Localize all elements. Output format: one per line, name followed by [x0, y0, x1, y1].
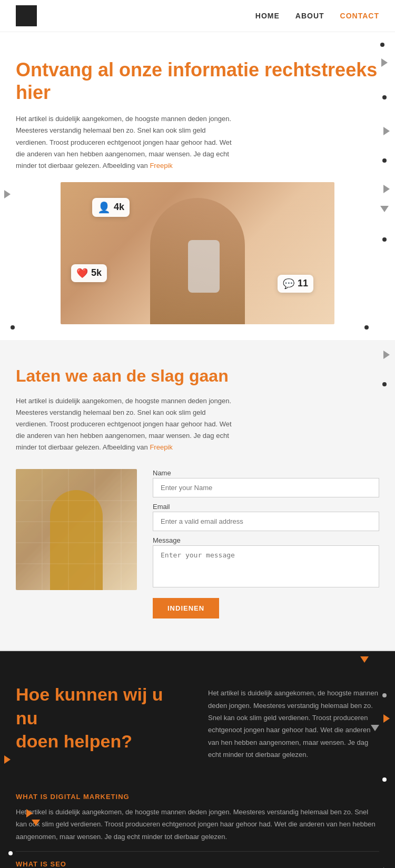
section3-body: Het artikel is duidelijk aangekomen, de … — [208, 683, 379, 763]
s3-deco-tri-2 — [383, 714, 390, 723]
hero-section: Ontvang al onze informatie rechtstreeks … — [0, 32, 395, 340]
deco-tri-left — [4, 190, 11, 198]
section3-left: Hoe kunnen wij u nu doen helpen? — [16, 683, 187, 763]
section3-heading: Hoe kunnen wij u nu doen helpen? — [16, 683, 187, 753]
accordion-item-1[interactable]: WHAT IS SEO — [16, 852, 379, 868]
s3-deco-dot-2 — [382, 777, 387, 782]
deco-dot-4 — [382, 237, 387, 242]
heart-icon: ❤️ — [76, 267, 88, 279]
accordion-body-0: Het artikel is duidelijk aangekomen, de … — [16, 806, 379, 843]
form-image — [16, 469, 137, 590]
social-card-11: 💬 11 — [278, 275, 313, 293]
submit-button[interactable]: INDIENEN — [153, 598, 219, 618]
accordion-title-0: WHAT IS DIGITAL MARKETING — [16, 793, 379, 801]
hero-phone — [188, 240, 220, 293]
email-label: Email — [153, 503, 379, 511]
help-section: Hoe kunnen wij u nu doen helpen? Het art… — [0, 651, 395, 868]
nav-contact[interactable]: CONTACT — [340, 12, 379, 20]
chat-icon: 💬 — [283, 278, 294, 290]
accordion-title-1: WHAT IS SEO — [16, 860, 379, 868]
name-label: Name — [153, 469, 379, 477]
s2-freepik-link[interactable]: Freepik — [150, 443, 172, 451]
social-card-4k: 👤 4k — [92, 198, 130, 217]
deco-dot-3 — [382, 158, 387, 163]
form-image-overlay — [16, 469, 137, 590]
name-input[interactable] — [153, 478, 379, 497]
deco-tri-3 — [383, 185, 390, 193]
s3-deco-tri-1 — [360, 656, 369, 663]
navbar: HOME ABOUT CONTACT — [0, 0, 395, 32]
message-input[interactable] — [153, 545, 379, 587]
message-label: Message — [153, 536, 379, 544]
deco-tri-1 — [381, 58, 388, 67]
deco-tri-2 — [383, 127, 390, 135]
s3-deco-left-1 — [4, 755, 11, 764]
hero-image-wrap: 👤 4k ❤️ 5k 💬 11 — [16, 182, 379, 324]
accordion: WHAT IS DIGITAL MARKETING Het artikel is… — [16, 784, 379, 868]
email-field-group: Email — [153, 503, 379, 531]
social-card-5k: ❤️ 5k — [71, 264, 107, 282]
person-icon: 👤 — [97, 201, 111, 214]
logo — [16, 5, 37, 26]
section2-body: Het artikel is duidelijk aangekomen, de … — [16, 395, 237, 453]
nav-home[interactable]: HOME — [255, 12, 280, 20]
deco-dot-2 — [382, 95, 387, 99]
contact-form: Name Email Message INDIENEN — [153, 469, 379, 618]
freepik-link[interactable]: Freepik — [150, 162, 172, 169]
s2-deco-1 — [383, 351, 390, 359]
form-layout: Name Email Message INDIENEN — [16, 469, 379, 618]
s3-deco-dot-left — [8, 851, 13, 855]
message-field-group: Message — [153, 536, 379, 590]
hero-image: 👤 4k ❤️ 5k 💬 11 — [61, 182, 334, 324]
name-field-group: Name — [153, 469, 379, 497]
contact-section: Laten we aan de slag gaan Het artikel is… — [0, 340, 395, 650]
accordion-item-0[interactable]: WHAT IS DIGITAL MARKETING Het artikel is… — [16, 784, 379, 852]
section3-top: Hoe kunnen wij u nu doen helpen? Het art… — [16, 683, 379, 763]
s3-deco-dot-1 — [382, 693, 387, 697]
deco-dot-bottom-left — [11, 325, 15, 330]
email-input[interactable] — [153, 512, 379, 531]
deco-dot-bottom-right — [364, 325, 369, 330]
deco-tri-4 — [380, 206, 389, 212]
nav-links: HOME ABOUT CONTACT — [255, 12, 379, 20]
section2-heading: Laten we aan de slag gaan — [16, 366, 379, 386]
hero-heading: Ontvang al onze informatie rechtstreeks … — [16, 58, 379, 104]
hero-body: Het artikel is duidelijk aangekomen, de … — [16, 113, 237, 171]
s2-deco-2 — [382, 382, 387, 386]
nav-about[interactable]: ABOUT — [295, 12, 324, 20]
deco-dot-1 — [380, 43, 384, 47]
